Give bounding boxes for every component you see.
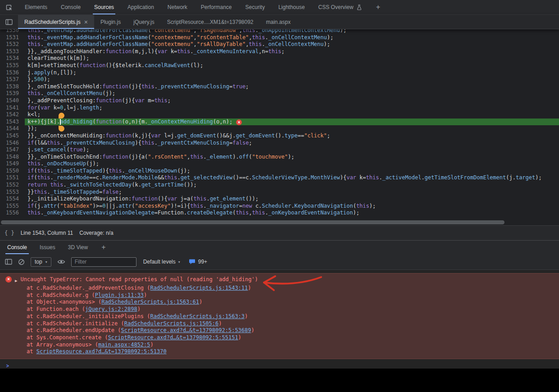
tab-sources[interactable]: Sources: [87, 0, 121, 14]
add-drawer-tab-button[interactable]: +: [94, 241, 113, 254]
tab-elements[interactable]: Elements: [18, 0, 54, 14]
pretty-print-icon[interactable]: { }: [5, 230, 14, 236]
code-text[interactable]: if(l&&this._preventCtxMenuClosing){this.…: [25, 140, 559, 147]
close-tab-icon[interactable]: ×: [84, 19, 88, 25]
file-tab-main-aspx[interactable]: main.aspx: [260, 15, 297, 29]
code-text[interactable]: if(j.attr("tabIndex")>=0||j.attr("access…: [25, 203, 559, 210]
code-text[interactable]: if(this._timeSlotTapped){this._onCellMou…: [25, 168, 559, 175]
line-number[interactable]: 1550: [0, 168, 25, 175]
stack-source-link[interactable]: main.aspx:4852:5: [98, 342, 150, 348]
line-number[interactable]: 1553: [0, 189, 25, 196]
file-tab-plugin-js[interactable]: Plugin.js: [94, 15, 127, 29]
error-icon[interactable]: ×: [236, 119, 242, 125]
code-text[interactable]: },500);: [25, 76, 559, 83]
line-number[interactable]: 1540: [0, 97, 25, 105]
stack-source-link[interactable]: ScriptResource.axd?d…&t=13798092:5:55151: [108, 334, 238, 341]
log-levels-dropdown[interactable]: Default levels ▾: [143, 259, 180, 265]
code-text[interactable]: this._eventMap.addHandlerForClassName("c…: [25, 29, 559, 34]
line-number[interactable]: 1538: [0, 83, 25, 91]
code-text[interactable]: this._onCellContextMenu(j);: [25, 90, 559, 97]
stack-source-link[interactable]: RadSchedulerScripts.js:1563:3: [150, 313, 245, 319]
code-text[interactable]: this._onKeyboardEventNavigationDelegate=…: [25, 210, 559, 217]
stack-source-link[interactable]: RadSchedulerScripts.js:1563:61: [101, 299, 199, 305]
console-filter-input[interactable]: [71, 257, 136, 267]
drawer-tab-3d-view[interactable]: 3D View: [62, 241, 94, 254]
navigator-toggle-icon[interactable]: [0, 15, 18, 29]
code-text[interactable]: this._onDocMouseUp(j);: [25, 160, 559, 168]
tab-css-overview[interactable]: CSS Overview: [312, 0, 369, 14]
line-number[interactable]: 1530: [0, 29, 25, 34]
line-number[interactable]: 1534: [0, 55, 25, 62]
file-tab-radschedulerscripts-js[interactable]: RadSchedulerScripts.js×: [18, 15, 94, 29]
line-number[interactable]: 1555: [0, 203, 25, 210]
stack-source-link[interactable]: ScriptResource.axd?d…&t=13798092:5:53689: [121, 327, 251, 333]
code-text[interactable]: return this._switchToSelectedDay(k.get_s…: [25, 182, 559, 189]
stack-source-link[interactable]: RadSchedulerScripts.js:1505:6: [124, 320, 219, 327]
line-number[interactable]: 1543: [0, 119, 25, 126]
file-tab-scriptresource-xm1-t-13798092[interactable]: ScriptResource....XM1&t=13798092: [161, 15, 260, 29]
line-number[interactable]: 1547: [0, 146, 25, 154]
expand-triangle-icon[interactable]: ▶: [15, 277, 17, 285]
code-text[interactable]: },_addPreventClosing:function(j){var m=t…: [25, 97, 559, 105]
tab-application[interactable]: Application: [121, 0, 161, 14]
clear-console-icon[interactable]: [18, 259, 25, 265]
line-number[interactable]: 1552: [0, 182, 25, 189]
selection-handle-bottom[interactable]: [59, 126, 64, 132]
code-text[interactable]: }},_onContextMenuHiding:function(k,j){va…: [25, 132, 559, 140]
code-text[interactable]: k[m]=setTimeout(function(){$telerik.canc…: [25, 62, 559, 69]
code-text[interactable]: });: [25, 125, 559, 132]
line-number[interactable]: 1546: [0, 140, 25, 147]
code-text[interactable]: }},_onTimeSlotTouchEnd:function(j){a(".r…: [25, 154, 559, 161]
live-expression-eye-icon[interactable]: [57, 259, 65, 264]
tab-network[interactable]: Network: [161, 0, 194, 14]
code-text[interactable]: },_onTimeSlotTouchHold:function(j){this.…: [25, 83, 559, 91]
more-tabs-button[interactable]: +: [369, 0, 387, 14]
horizontal-scrollbar[interactable]: [0, 219, 559, 225]
line-number[interactable]: 1536: [0, 69, 25, 77]
tab-performance[interactable]: Performance: [194, 0, 239, 14]
console-prompt[interactable]: >: [0, 361, 559, 369]
inspect-element-button[interactable]: [0, 0, 18, 14]
code-text[interactable]: k<l;: [25, 111, 559, 119]
code-text[interactable]: this._eventMap.addHandlerForClassName("c…: [25, 41, 559, 48]
stack-source-link[interactable]: ScriptResource.axd?d…&t=13798092:5:51370: [36, 348, 167, 355]
line-number[interactable]: 1551: [0, 174, 25, 182]
execution-context-selector[interactable]: top ▾: [31, 257, 51, 267]
line-number[interactable]: 1532: [0, 41, 25, 48]
drawer-tab-console[interactable]: Console: [1, 241, 33, 254]
line-number[interactable]: 1541: [0, 105, 25, 112]
code-text[interactable]: },_initializeKeyboardNavigation:function…: [25, 196, 559, 203]
line-number[interactable]: 1545: [0, 132, 25, 140]
line-number[interactable]: 1542: [0, 111, 25, 119]
line-number[interactable]: 1533: [0, 48, 25, 55]
code-text[interactable]: }}this._timeSlotTapped=false;: [25, 189, 559, 196]
stack-source-link[interactable]: jQuery.js:2:2898: [85, 306, 137, 312]
tab-lighthouse[interactable]: Lighthouse: [272, 0, 312, 14]
line-number[interactable]: 1531: [0, 34, 25, 41]
code-text[interactable]: j.apply(n,[l]);: [25, 69, 559, 77]
line-number[interactable]: 1539: [0, 90, 25, 97]
drawer-tab-issues[interactable]: Issues: [33, 241, 62, 254]
line-number[interactable]: 1548: [0, 154, 25, 161]
tab-console[interactable]: Console: [54, 0, 87, 14]
code-text[interactable]: k++){j[k].add_hiding(function(o,n){m._on…: [25, 119, 559, 126]
scrollbar-thumb[interactable]: [1, 220, 504, 224]
line-number[interactable]: 1549: [0, 160, 25, 168]
code-text[interactable]: clearTimeout(k[m]);: [25, 55, 559, 62]
selection-handle-top[interactable]: [59, 113, 64, 119]
code-text[interactable]: if(this._renderMode==c.RenderMode.Mobile…: [25, 174, 559, 182]
line-number[interactable]: 1554: [0, 196, 25, 203]
stack-source-link[interactable]: Plugin.js:11:33: [95, 292, 144, 298]
line-number[interactable]: 1535: [0, 62, 25, 69]
line-number[interactable]: 1544: [0, 125, 25, 132]
code-text[interactable]: for(var k=0,l=j.length;: [25, 105, 559, 112]
file-tab-jquery-js[interactable]: jQuery.js: [127, 15, 160, 29]
tab-security[interactable]: Security: [239, 0, 272, 14]
code-text[interactable]: }},_addLongTouchHandler:function(m,j,l){…: [25, 48, 559, 55]
stack-source-link[interactable]: RadSchedulerScripts.js:1543:11: [150, 285, 248, 291]
issues-counter[interactable]: 99+: [189, 259, 207, 265]
line-number[interactable]: 1537: [0, 76, 25, 83]
console-sidebar-toggle-icon[interactable]: [5, 259, 12, 265]
code-text[interactable]: j.set_cancel(true);: [25, 146, 559, 154]
code-text[interactable]: this._eventMap.addHandlerForClassName("c…: [25, 34, 559, 41]
